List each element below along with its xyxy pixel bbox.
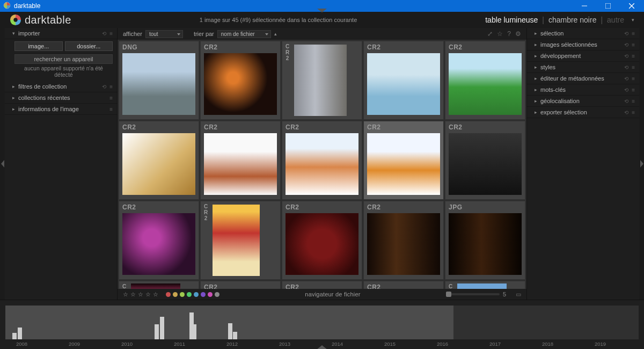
chevron-down-icon[interactable]: ▾ bbox=[628, 17, 634, 23]
presets-icon[interactable]: ≡ bbox=[109, 95, 113, 101]
reset-icon[interactable]: ⟲ bbox=[624, 53, 628, 59]
thumbnail[interactable]: CR2 bbox=[363, 41, 444, 120]
panel-images-sélectionnées[interactable]: ▸images sélectionnées⟲≡ bbox=[527, 39, 639, 50]
rating-stars[interactable]: ☆ ☆ ☆ ☆ ☆ bbox=[123, 291, 158, 298]
reset-icon[interactable]: ⟲ bbox=[624, 42, 628, 48]
reset-icon[interactable]: ⟲ bbox=[624, 98, 628, 104]
presets-icon[interactable]: ≡ bbox=[632, 87, 635, 93]
panel-développement[interactable]: ▸développement⟲≡ bbox=[527, 50, 639, 62]
reset-icon[interactable]: ⟲ bbox=[624, 110, 628, 115]
star-icon[interactable]: ☆ bbox=[130, 291, 136, 298]
import-image-button[interactable]: image... bbox=[14, 41, 63, 51]
window-maximize-button[interactable] bbox=[599, 0, 617, 12]
panel-import[interactable]: ▾ importer ⟲≡ bbox=[5, 28, 117, 39]
filetype-badge: CR2 bbox=[286, 123, 299, 131]
window-close-button[interactable] bbox=[623, 0, 641, 12]
gear-icon[interactable]: ⚙ bbox=[515, 30, 521, 38]
thumbnail[interactable]: DNG bbox=[119, 41, 199, 120]
presets-icon[interactable]: ≡ bbox=[109, 106, 113, 112]
color-label-dot[interactable] bbox=[173, 292, 178, 297]
color-label-dot[interactable] bbox=[208, 292, 213, 297]
layout-mode-label[interactable]: navigateur de fichier bbox=[223, 291, 443, 297]
thumbnail[interactable]: CR2 bbox=[200, 121, 281, 200]
thumbnail[interactable]: JPG bbox=[445, 201, 525, 280]
panel-mots-clés[interactable]: ▸mots-clés⟲≡ bbox=[527, 84, 639, 96]
collapse-bottom-icon[interactable] bbox=[317, 345, 327, 349]
panel-géolocalisation[interactable]: ▸géolocalisation⟲≡ bbox=[527, 96, 639, 107]
thumbnail[interactable]: CR2 bbox=[200, 281, 281, 289]
thumbnail[interactable]: CR2 bbox=[282, 201, 362, 280]
presets-icon[interactable]: ≡ bbox=[632, 76, 635, 82]
panel-collection-filters[interactable]: ▸ filtres de collection ⟲≡ bbox=[5, 81, 117, 92]
timeline[interactable]: 2008200920102011201220132014201520162017… bbox=[0, 300, 644, 349]
filetype-badge: CR2 bbox=[449, 123, 463, 131]
panel-recent-collections[interactable]: ▸ collections récentes ≡ bbox=[5, 92, 117, 104]
zoom-slider[interactable] bbox=[446, 293, 500, 295]
view-darkroom[interactable]: chambre noire bbox=[548, 16, 597, 24]
thumbnail[interactable]: CR2 bbox=[200, 41, 281, 120]
thumbnail[interactable]: CR2 bbox=[282, 41, 362, 120]
filetype-badge: CR bbox=[121, 283, 127, 289]
reset-icon[interactable]: ⟲ bbox=[624, 76, 628, 82]
presets-icon[interactable]: ≡ bbox=[632, 31, 635, 37]
color-label-dot[interactable] bbox=[166, 292, 171, 297]
star-icon[interactable]: ☆ bbox=[145, 291, 151, 298]
presets-icon[interactable]: ≡ bbox=[632, 98, 635, 104]
star-icon[interactable]: ☆ bbox=[138, 291, 143, 298]
thumbnail[interactable]: CR2 bbox=[200, 201, 281, 280]
collapse-right-icon[interactable] bbox=[639, 28, 644, 300]
view-other[interactable]: autre bbox=[607, 16, 624, 24]
presets-icon[interactable]: ≡ bbox=[109, 31, 113, 37]
panel-exporter-sélection[interactable]: ▸exporter sélection⟲≡ bbox=[527, 107, 639, 118]
star-icon[interactable]: ☆ bbox=[497, 30, 503, 38]
color-label-dot[interactable] bbox=[180, 292, 185, 297]
reset-icon[interactable]: ⟲ bbox=[102, 84, 106, 90]
thumbnail[interactable]: CR2 bbox=[282, 121, 362, 200]
thumbnail[interactable]: CR2 bbox=[363, 201, 444, 280]
color-label-dot[interactable] bbox=[201, 292, 206, 297]
search-device-button[interactable]: rechercher un appareil bbox=[14, 54, 113, 64]
presets-icon[interactable]: ≡ bbox=[632, 53, 635, 59]
fullpreview-icon[interactable]: ▭ bbox=[516, 291, 521, 298]
panel-sélection[interactable]: ▸sélection⟲≡ bbox=[527, 28, 639, 39]
thumbnail[interactable]: CR2 bbox=[363, 281, 444, 289]
color-labels[interactable] bbox=[166, 292, 219, 297]
presets-icon[interactable]: ≡ bbox=[632, 42, 635, 48]
thumbnail[interactable]: CR2 bbox=[119, 201, 199, 280]
sort-select[interactable]: nom de fichier bbox=[217, 30, 271, 38]
help-icon[interactable]: ? bbox=[507, 30, 511, 38]
show-select[interactable]: tout bbox=[145, 30, 183, 38]
thumbnail[interactable]: CR bbox=[445, 281, 525, 289]
panel-styles[interactable]: ▸styles⟲≡ bbox=[527, 62, 639, 73]
star-icon[interactable]: ☆ bbox=[123, 291, 128, 298]
reset-icon[interactable]: ⟲ bbox=[624, 64, 628, 70]
color-label-dot[interactable] bbox=[215, 292, 219, 297]
star-icon[interactable]: ☆ bbox=[153, 291, 158, 298]
reset-icon[interactable]: ⟲ bbox=[624, 31, 628, 37]
thumbnail[interactable]: CR2 bbox=[363, 121, 444, 200]
window-minimize-button[interactable] bbox=[575, 0, 594, 12]
view-lighttable[interactable]: table lumineuse bbox=[485, 16, 538, 24]
reset-icon[interactable]: ⟲ bbox=[624, 87, 628, 93]
reset-icon[interactable]: ⟲ bbox=[102, 31, 106, 37]
panel-image-info[interactable]: ▸ informations de l'image ≡ bbox=[5, 104, 117, 115]
thumbnail[interactable]: CR2 bbox=[445, 41, 525, 120]
collapse-left-icon[interactable] bbox=[0, 28, 5, 300]
import-folder-button[interactable]: dossier... bbox=[65, 41, 113, 51]
thumbnail[interactable]: CR2 bbox=[445, 121, 525, 200]
sort-direction-icon[interactable]: ▴ bbox=[274, 31, 277, 37]
presets-icon[interactable]: ≡ bbox=[632, 64, 635, 70]
expand-icon[interactable]: ⤢ bbox=[487, 30, 493, 38]
presets-icon[interactable]: ≡ bbox=[632, 110, 635, 115]
thumbnail[interactable]: CR2 bbox=[282, 281, 362, 289]
thumbnail[interactable]: CR2 bbox=[119, 121, 199, 200]
color-label-dot[interactable] bbox=[194, 292, 199, 297]
right-panel: ▸sélection⟲≡▸images sélectionnées⟲≡▸déve… bbox=[526, 28, 639, 300]
svg-marker-7 bbox=[1, 160, 4, 168]
filetype-badge: DNG bbox=[122, 43, 137, 51]
color-label-dot[interactable] bbox=[187, 292, 192, 297]
collapse-top-icon[interactable] bbox=[317, 9, 327, 12]
presets-icon[interactable]: ≡ bbox=[109, 84, 113, 90]
thumbnail[interactable]: CR bbox=[119, 281, 199, 289]
panel-éditeur-de-métadonnées[interactable]: ▸éditeur de métadonnées⟲≡ bbox=[527, 73, 639, 84]
